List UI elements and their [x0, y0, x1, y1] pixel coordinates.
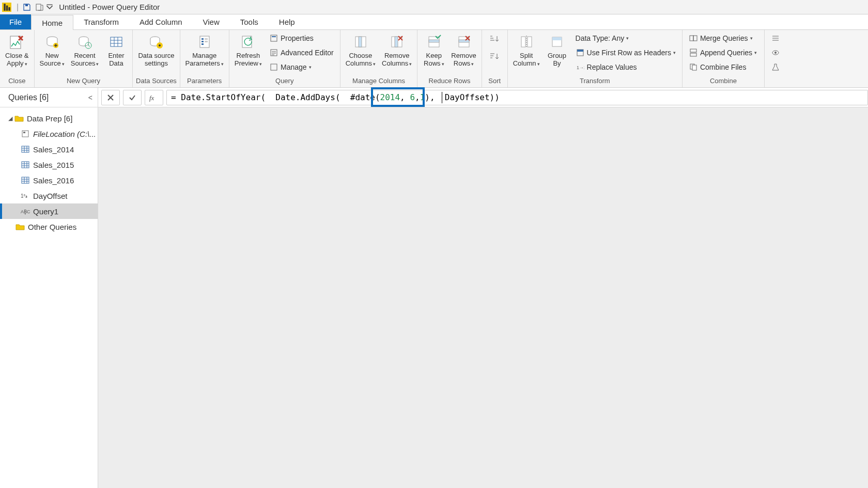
remove-rows-icon: [455, 33, 473, 51]
sidebar-item-sales2016[interactable]: Sales_2016: [0, 172, 98, 188]
refresh-preview-button[interactable]: Refresh Preview▾: [231, 31, 265, 69]
formula-row: Queries [6] < fx = Date.StartOfYear( Dat…: [0, 88, 868, 107]
remove-rows-button[interactable]: Remove Rows▾: [448, 31, 479, 69]
recent-sources-button[interactable]: Recent Sources▾: [68, 31, 102, 69]
tab-file[interactable]: File: [0, 14, 31, 29]
first-row-headers-label: Use First Row as Headers: [587, 49, 671, 57]
qat-dropdown-icon[interactable]: [46, 2, 53, 13]
new-source-label: New Source: [40, 52, 61, 67]
svg-rect-2: [8, 7, 10, 11]
group-by-icon: [548, 33, 566, 51]
keep-rows-button[interactable]: Keep Rows▾: [420, 31, 448, 69]
split-column-label: Split Column: [513, 52, 536, 67]
svg-rect-44: [690, 53, 696, 56]
keep-rows-icon: [425, 33, 443, 51]
close-apply-button[interactable]: Close & Apply▾: [2, 31, 32, 69]
sidebar-item-label: Sales_2014: [33, 145, 74, 154]
queries-sidebar: ◢ Data Prep [6] FileLocation (C:\... Sal…: [0, 107, 98, 488]
sidebar-group-other-label: Other Queries: [28, 223, 76, 231]
sidebar-group-dataprep[interactable]: ◢ Data Prep [6]: [0, 111, 98, 126]
ai-btn2[interactable]: [769, 46, 784, 59]
replace-values-icon: 1→2: [576, 62, 585, 72]
first-row-headers-button[interactable]: Use First Row as Headers▾: [574, 46, 678, 59]
save-icon[interactable]: [21, 2, 33, 13]
svg-rect-37: [552, 37, 562, 40]
ribbon-group-reducerows: Keep Rows▾ Remove Rows▾ Reduce Rows: [417, 30, 482, 87]
ai-btn3[interactable]: [769, 61, 784, 73]
choose-columns-label: Choose Columns: [346, 52, 373, 67]
remove-columns-label: Remove Columns: [382, 52, 409, 67]
formula-sep2: ,: [415, 92, 420, 102]
merge-queries-button[interactable]: Merge Queries▾: [687, 32, 760, 44]
svg-rect-16: [202, 38, 204, 40]
svg-rect-42: [693, 36, 697, 41]
manage-query-button[interactable]: Manage▾: [267, 61, 336, 73]
tab-transform[interactable]: Transform: [73, 14, 129, 29]
qat-options-icon[interactable]: [34, 2, 45, 13]
sidebar-item-filelocation[interactable]: FileLocation (C:\...: [0, 126, 98, 141]
formula-commit-button[interactable]: [123, 90, 142, 105]
formula-bar: fx = Date.StartOfYear( Date.AddDays( #da…: [98, 90, 868, 105]
sidebar-item-label: DayOffset: [33, 192, 67, 200]
ribbon-group-datasources-label: Data Sources: [135, 77, 177, 87]
sort-asc-button[interactable]: [486, 32, 502, 48]
collapse-queries-icon[interactable]: <: [88, 93, 92, 102]
svg-rect-50: [22, 131, 28, 137]
properties-button[interactable]: Properties: [267, 32, 336, 44]
formula-num3: 1: [420, 92, 425, 102]
svg-rect-52: [22, 146, 29, 152]
ribbon-group-close-label: Close: [2, 77, 32, 87]
group-by-button[interactable]: Group By: [543, 31, 571, 68]
svg-rect-23: [272, 36, 276, 37]
ribbon-group-managecols: Choose Columns▾ Remove Columns▾ Manage C…: [340, 30, 418, 87]
sidebar-item-dayoffset[interactable]: 1²₃ DayOffset: [0, 188, 98, 203]
manage-parameters-icon: [196, 33, 213, 51]
enter-data-button[interactable]: Enter Data: [102, 31, 130, 68]
advanced-editor-button[interactable]: Advanced Editor: [267, 46, 336, 59]
append-queries-label: Append Queries: [700, 49, 752, 57]
window-title: Untitled - Power Query Editor: [59, 3, 160, 11]
append-queries-button[interactable]: Append Queries▾: [687, 46, 760, 59]
ribbon: Close & Apply▾ Close New Source▾ Recent …: [0, 30, 868, 88]
sort-desc-button[interactable]: [486, 50, 502, 65]
combine-files-icon: [689, 62, 698, 72]
new-source-button[interactable]: New Source▾: [37, 31, 68, 69]
formula-cancel-button[interactable]: [101, 90, 120, 105]
eye-icon: [771, 48, 780, 57]
data-source-settings-label: Data source settings: [138, 52, 174, 67]
tab-home[interactable]: Home: [31, 15, 73, 30]
sidebar-group-other[interactable]: Other Queries: [0, 219, 98, 234]
split-column-button[interactable]: Split Column▾: [510, 31, 543, 69]
formula-fx-button[interactable]: fx: [145, 90, 163, 105]
ribbon-group-transform: Split Column▾ Group By Data Type: Any▾ U…: [508, 30, 683, 87]
text-icon: AB͓C: [21, 207, 30, 215]
enter-data-label: Enter Data: [108, 52, 124, 67]
remove-columns-button[interactable]: Remove Columns▾: [379, 31, 415, 69]
svg-rect-27: [359, 37, 362, 47]
formula-num2: 6: [410, 92, 415, 102]
replace-values-button[interactable]: 1→2Replace Values: [574, 61, 678, 73]
formula-input[interactable]: = Date.StartOfYear( Date.AddDays( #date(…: [166, 90, 868, 105]
ai-btn1[interactable]: [769, 32, 784, 44]
properties-label: Properties: [281, 34, 314, 42]
choose-columns-button[interactable]: Choose Columns▾: [343, 31, 379, 69]
manage-query-icon: [269, 62, 278, 72]
sidebar-item-sales2014[interactable]: Sales_2014: [0, 141, 98, 157]
svg-rect-4: [36, 4, 41, 10]
tab-view[interactable]: View: [193, 14, 230, 29]
manage-parameters-button[interactable]: Manage Parameters▾: [182, 31, 227, 69]
tab-help[interactable]: Help: [269, 14, 305, 29]
sidebar-item-query1[interactable]: AB͓C Query1: [0, 203, 98, 219]
svg-rect-11: [111, 37, 122, 46]
tab-addcolumn[interactable]: Add Column: [129, 14, 193, 29]
data-type-button[interactable]: Data Type: Any▾: [574, 32, 678, 44]
ribbon-group-sort: Sort: [482, 30, 508, 87]
ribbon-group-ai: [765, 30, 788, 87]
combine-files-button[interactable]: Combine Files: [687, 61, 760, 73]
tab-tools[interactable]: Tools: [230, 14, 269, 29]
data-source-settings-button[interactable]: Data source settings: [135, 31, 177, 68]
parameter-icon: [21, 130, 30, 138]
table-icon: [21, 176, 30, 184]
svg-rect-5: [47, 4, 53, 5]
sidebar-item-sales2015[interactable]: Sales_2015: [0, 157, 98, 172]
